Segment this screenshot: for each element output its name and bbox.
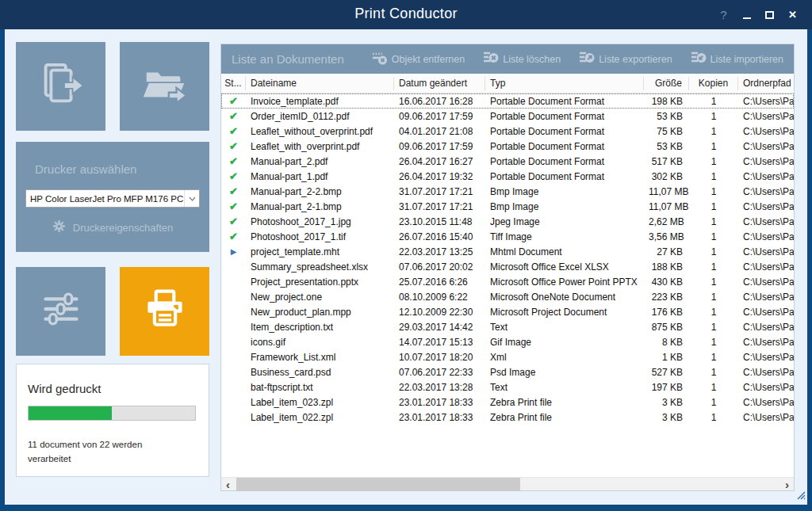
row-type: Portable Document Format [485,126,644,137]
table-row[interactable]: New_product_plan.mpp 12.10.2009 22:30 Mi… [221,304,794,319]
add-documents-button[interactable] [16,42,105,131]
table-row[interactable]: ✔ Leaflet_with_overprint.pdf 09.06.2017 … [221,139,794,154]
remove-item-button[interactable]: Objekt entfernen [372,50,465,68]
row-status-icon: ✔ [221,229,246,244]
printer-select[interactable]: HP Color LaserJet Pro MFP M176 PC [25,189,200,208]
row-filename: Leaflet_with_overprint.pdf [246,141,394,152]
row-path: C:\Users\Pav [738,216,794,227]
row-date: 08.10.2009 6:22 [394,292,485,303]
table-row[interactable]: ▶ project_template.mht 22.03.2017 13:25 … [221,244,794,259]
list-clear-icon [483,50,499,68]
row-size: 3 KB [644,412,689,423]
row-filename: Photoshoot_2017_1.tif [246,231,394,242]
row-filename: Leaflet_without_overprint.pdf [246,126,394,137]
table-row[interactable]: ✔ Manual-part_2-2.bmp 31.07.2017 17:21 B… [221,184,794,199]
column-header-filename[interactable]: Dateiname [246,77,394,90]
row-copies: 1 [689,126,738,137]
row-size: 1 KB [644,352,689,363]
table-row[interactable]: ✔ Photoshoot_2017_1.jpg 23.10.2015 11:48… [221,214,794,229]
table-row[interactable]: ✔ Manual-part_1.pdf 26.04.2017 19:32 Por… [221,169,794,184]
column-header-date[interactable]: Datum geändert [394,77,485,90]
close-button[interactable]: ✕ [781,0,804,29]
column-header-type[interactable]: Typ [485,77,644,90]
column-header-size[interactable]: Größe [644,77,689,90]
print-conductor-window: Print Conductor ? ✕ [0,0,812,511]
resize-grip-icon[interactable] [797,489,806,503]
row-type: Portable Document Format [485,171,644,182]
printer-properties-button[interactable]: Druckereigenschaften [25,219,201,235]
row-size: 188 KB [644,261,689,273]
scrollbar-thumb[interactable] [236,478,520,491]
table-row[interactable]: Label_item_023.zpl 23.01.2017 18:33 Zebr… [221,395,794,410]
clear-list-button[interactable]: Liste löschen [483,50,561,68]
table-row[interactable]: Project_presentation.pptx 25.07.2016 6:2… [221,274,794,289]
table-row[interactable]: ✔ Manual-part_2.pdf 26.04.2017 16:27 Por… [221,154,794,169]
table-row[interactable]: Business_card.psd 07.06.2017 22:33 Psd I… [221,364,794,379]
table-row[interactable]: Label_item_022.zpl 23.01.2017 18:33 Zebr… [221,410,794,425]
row-type: Text [485,382,644,393]
row-path: C:\Users\Pav [738,141,794,152]
table-row[interactable]: Item_description.txt 29.03.2017 14:42 Te… [221,319,794,334]
progress-title: Wird gedruckt [28,382,197,395]
progress-bar [28,406,196,421]
help-button[interactable]: ? [712,0,735,29]
table-row[interactable]: New_project.one 08.10.2009 6:22 Microsof… [221,289,794,304]
row-date: 22.03.2017 13:25 [394,246,485,257]
row-filename: Framework_List.xml [246,352,394,363]
row-path: C:\Users\Pav [738,412,794,423]
help-icon: ? [720,8,726,21]
progress-status-text: 11 document von 22 werden verarbeitet [28,438,197,467]
row-copies: 1 [689,141,738,152]
table-row[interactable]: ✔ Photoshoot_2017_1.tif 26.07.2016 15:40… [221,229,794,244]
table-row[interactable]: ✔ Invoice_template.pdf 16.06.2017 16:28 … [221,93,794,109]
printer-properties-label: Druckereigenschaften [73,222,173,234]
row-filename: Manual-part_2-1.bmp [246,201,394,212]
import-list-button[interactable]: Liste importieren [691,50,783,68]
horizontal-scrollbar[interactable]: ‹ › [221,477,794,490]
table-row[interactable]: Summary_spreadsheet.xlsx 07.06.2017 20:0… [221,259,794,274]
table-row[interactable]: ✔ Manual-part_2-1.bmp 31.07.2017 17:21 B… [221,199,794,214]
row-type: Xml [485,352,644,363]
column-header-copies[interactable]: Kopien [689,77,738,90]
row-copies: 1 [689,96,738,107]
row-size: 527 KB [644,367,689,378]
printer-select-value: HP Color LaserJet Pro MFP M176 PC [26,194,184,204]
row-filename: Invoice_template.pdf [246,96,394,107]
row-date: 12.10.2009 22:30 [394,307,485,318]
remove-item-label: Objekt entfernen [392,54,465,65]
row-date: 26.04.2017 19:32 [394,171,485,182]
row-path: C:\Users\Pav [738,186,794,197]
add-folder-button[interactable] [120,42,209,131]
settings-button[interactable] [16,267,105,356]
row-type: Gif Image [485,337,644,348]
row-path: C:\Users\Pav [738,307,794,318]
column-header-status[interactable]: St... [221,77,246,90]
row-copies: 1 [689,156,738,167]
column-header-path[interactable]: Ordnerpfad [738,77,794,90]
row-filename: icons.gif [246,337,394,348]
maximize-button[interactable] [758,0,781,29]
table-row[interactable]: Framework_List.xml 10.07.2017 18:20 Xml … [221,349,794,364]
row-filename: Business_card.psd [246,367,394,378]
row-size: 176 KB [644,307,689,318]
row-path: C:\Users\Pav [738,322,794,333]
row-size: 11,07 MB [644,201,689,212]
scroll-right-icon[interactable]: › [780,478,794,491]
scroll-left-icon[interactable]: ‹ [221,478,235,491]
row-filename: project_template.mht [246,246,394,257]
table-row[interactable]: ✔ Order_itemID_0112.pdf 09.06.2017 17:59… [221,109,794,124]
row-path: C:\Users\Pav [738,397,794,408]
row-status-icon: ✔ [221,184,246,199]
window-controls: ? ✕ [712,0,804,29]
minimize-button[interactable] [735,0,758,29]
print-button[interactable] [120,267,209,356]
table-row[interactable]: bat-ftpscript.txt 22.03.2017 13:28 Text … [221,379,794,395]
row-date: 26.07.2016 15:40 [394,231,485,242]
table-row[interactable]: ✔ Leaflet_without_overprint.pdf 04.01.20… [221,124,794,139]
row-filename: Photoshoot_2017_1.jpg [246,216,394,227]
export-list-button[interactable]: Liste exportieren [579,50,672,68]
row-type: Mhtml Document [485,246,644,257]
row-copies: 1 [689,322,738,333]
row-filename: bat-ftpscript.txt [246,382,394,393]
table-row[interactable]: icons.gif 14.07.2017 15:13 Gif Image 8 K… [221,334,794,349]
